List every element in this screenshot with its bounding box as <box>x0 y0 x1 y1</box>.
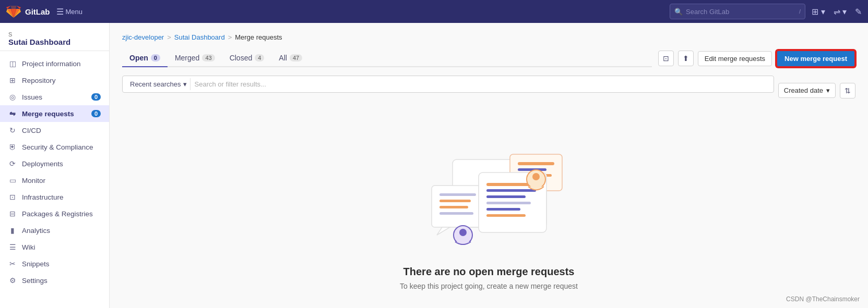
search-icon: 🔍 <box>674 8 683 16</box>
tab-label-closed: Closed <box>230 54 253 62</box>
gitlab-text: GitLab <box>25 7 50 16</box>
breadcrumb-current: Merge requests <box>235 33 282 41</box>
sidebar-item-label-infrastructure: Infrastructure <box>22 193 64 201</box>
top-navigation: GitLab ☰ Menu 🔍 / ⊞ ▾ ⇌ ▾ ✎ <box>0 0 868 23</box>
sidebar-item-label-security: Security & Compliance <box>22 143 93 151</box>
new-merge-request-button[interactable]: New merge request <box>776 50 855 67</box>
header-actions: ⊡ ⬆ Edit merge requests New merge reques… <box>658 50 855 67</box>
created-date-label: Created date <box>784 87 823 94</box>
upload-button[interactable]: ⬆ <box>678 51 694 66</box>
sidebar-item-deployments[interactable]: ⟳ Deployments <box>0 155 109 172</box>
svg-rect-16 <box>486 208 520 211</box>
search-input[interactable] <box>686 8 796 16</box>
snippets-icon: ✂ <box>8 260 17 268</box>
sidebar-item-label-analytics: Analytics <box>22 227 50 235</box>
breadcrumb-part1[interactable]: zjic-developer <box>122 33 164 41</box>
project-initial: S <box>8 31 101 38</box>
rss-button[interactable]: ⊡ <box>658 51 674 66</box>
sidebar-badge-merge-requests: 0 <box>91 110 101 117</box>
created-date-button[interactable]: Created date ▾ <box>778 83 836 98</box>
svg-rect-14 <box>486 195 526 198</box>
search-shortcut: / <box>799 8 801 15</box>
tab-count-open: 0 <box>151 54 160 61</box>
sort-button[interactable]: ⇅ <box>840 83 855 98</box>
sidebar-item-wiki[interactable]: ☰ Wiki <box>0 239 109 255</box>
deployments-icon: ⟳ <box>8 159 17 168</box>
cicd-icon: ↻ <box>8 126 17 134</box>
monitor-icon: ▭ <box>8 176 17 184</box>
tab-all[interactable]: All 47 <box>271 50 310 67</box>
merge-request-icon[interactable]: ⇌ ▾ <box>834 7 847 17</box>
merge-requests-icon: ⇋ <box>8 109 17 118</box>
empty-illustration <box>411 139 567 253</box>
watermark: CSDN @TheChainsmoker <box>786 295 860 303</box>
global-search[interactable]: 🔍 / <box>670 4 805 19</box>
settings-icon: ⚙ <box>8 276 17 285</box>
tab-open[interactable]: Open 0 <box>122 50 168 67</box>
sidebar-item-packages[interactable]: ⊟ Packages & Registries <box>0 205 109 222</box>
sidebar-badge-issues: 0 <box>91 93 101 101</box>
sidebar-item-label-monitor: Monitor <box>22 177 45 184</box>
menu-button[interactable]: ☰ Menu <box>56 7 83 17</box>
svg-marker-6 <box>437 227 450 235</box>
tab-closed[interactable]: Closed 4 <box>222 50 272 67</box>
tab-count-merged: 43 <box>202 54 215 61</box>
page-header: Open 0 Merged 43 Closed 4 All 47 ⊡ ⬆ Edi… <box>122 50 855 67</box>
sidebar-item-label-project-information: Project information <box>22 60 81 68</box>
svg-rect-9 <box>439 206 468 208</box>
new-item-icon[interactable]: ⊞ ▾ <box>812 7 825 17</box>
sort-icon: ⇅ <box>845 87 851 95</box>
top-nav-icons: ⊞ ▾ ⇌ ▾ ✎ <box>812 7 862 17</box>
sidebar: S Sutai Dashboard ◫ Project information … <box>0 23 110 308</box>
analytics-icon: ▮ <box>8 226 17 235</box>
sidebar-item-label-cicd: CI/CD <box>22 127 41 134</box>
filter-row: Recent searches ▾ Created date ▾ ⇅ <box>122 76 855 105</box>
packages-icon: ⊟ <box>8 210 17 218</box>
tab-count-all: 47 <box>290 54 302 61</box>
svg-rect-10 <box>439 212 473 215</box>
edit-merge-requests-button[interactable]: Edit merge requests <box>698 51 772 66</box>
empty-state-subtitle: To keep this project going, create a new… <box>400 282 578 290</box>
infrastructure-icon: ⊡ <box>8 193 17 201</box>
created-date-chevron: ▾ <box>826 87 830 94</box>
sidebar-item-security[interactable]: ⛨ Security & Compliance <box>0 139 109 155</box>
gitlab-logo[interactable]: GitLab <box>6 4 50 19</box>
breadcrumb-part2[interactable]: Sutai Dashboard <box>174 33 225 41</box>
sidebar-item-project-information[interactable]: ◫ Project information <box>0 55 109 72</box>
sidebar-item-infrastructure[interactable]: ⊡ Infrastructure <box>0 189 109 205</box>
sidebar-item-label-wiki: Wiki <box>22 243 35 251</box>
sidebar-item-repository[interactable]: ⊞ Repository <box>0 72 109 89</box>
svg-point-19 <box>532 173 540 180</box>
sidebar-item-label-snippets: Snippets <box>22 260 50 268</box>
sidebar-item-merge-requests[interactable]: ⇋ Merge requests 0 <box>0 105 109 122</box>
svg-rect-2 <box>518 162 554 165</box>
tabs: Open 0 Merged 43 Closed 4 All 47 <box>122 50 652 67</box>
empty-state-title: There are no open merge requests <box>403 266 575 278</box>
filter-input[interactable] <box>195 80 769 88</box>
recent-searches-button[interactable]: Recent searches ▾ <box>127 78 191 90</box>
tab-merged[interactable]: Merged 43 <box>168 50 222 67</box>
sidebar-item-label-settings: Settings <box>22 277 47 285</box>
sidebar-item-issues[interactable]: ◎ Issues 0 <box>0 89 109 105</box>
svg-rect-12 <box>486 183 531 186</box>
issues-icon: ◎ <box>8 93 17 101</box>
tab-label-open: Open <box>129 54 148 62</box>
sidebar-item-analytics[interactable]: ▮ Analytics <box>0 222 109 239</box>
sidebar-item-label-deployments: Deployments <box>22 160 63 168</box>
sidebar-item-cicd[interactable]: ↻ CI/CD <box>0 122 109 139</box>
svg-rect-17 <box>486 214 526 217</box>
sidebar-item-label-issues: Issues <box>22 93 42 101</box>
wiki-icon: ☰ <box>8 243 17 251</box>
sidebar-item-snippets[interactable]: ✂ Snippets <box>0 255 109 272</box>
empty-state: There are no open merge requests To keep… <box>122 118 855 308</box>
sidebar-item-settings[interactable]: ⚙ Settings <box>0 272 109 289</box>
issues-icon[interactable]: ✎ <box>855 7 862 17</box>
filter-bar: Recent searches ▾ <box>122 76 774 93</box>
project-information-icon: ◫ <box>8 59 17 68</box>
security-icon: ⛨ <box>8 143 17 151</box>
sidebar-item-label-repository: Repository <box>22 77 56 84</box>
svg-rect-7 <box>439 193 476 196</box>
sidebar-item-monitor[interactable]: ▭ Monitor <box>0 172 109 189</box>
recent-searches-chevron: ▾ <box>183 80 187 88</box>
sidebar-item-label-packages: Packages & Registries <box>22 210 93 218</box>
